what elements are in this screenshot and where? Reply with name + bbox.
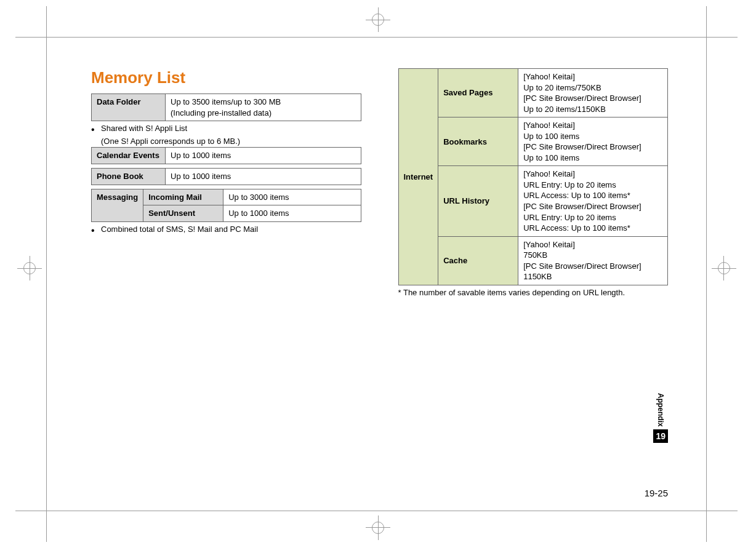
footnote: * The number of savable items varies dep… — [398, 285, 669, 300]
side-tab: Appendix 19 — [653, 393, 668, 443]
side-tab-label: Appendix — [656, 393, 665, 429]
cell-label: Sent/Unsent — [143, 205, 223, 222]
note-combined: Combined total of SMS, S! Mail and PC Ma… — [91, 222, 361, 237]
table-phonebook: Phone Book Up to 1000 items — [91, 168, 361, 185]
table-messaging: Messaging Incoming Mail Up to 3000 items… — [91, 189, 361, 222]
document-page: Memory List Data Folder Up to 3500 items… — [46, 37, 707, 511]
cell-label: URL History — [438, 166, 518, 236]
cell-value: Up to 3500 items/up to 300 MB (Including… — [166, 94, 361, 121]
cell-label: Bookmarks — [438, 117, 518, 166]
side-tab-chapter: 19 — [653, 429, 668, 443]
cell-value: [Yahoo! Keitai] Up to 20 items/750KB [PC… — [518, 69, 668, 117]
cell-label: Calendar Events — [92, 148, 166, 164]
table-internet: Internet Saved Pages [Yahoo! Keitai] Up … — [398, 68, 669, 285]
note-shared-sub: (One S! Appli corresponds up to 6 MB.) — [91, 136, 361, 147]
cell-label: Cache — [438, 236, 518, 285]
cell-value: [Yahoo! Keitai] Up to 100 items [PC Site… — [518, 117, 668, 166]
table-calendar: Calendar Events Up to 1000 items — [91, 147, 361, 164]
cell-label: Incoming Mail — [143, 189, 223, 205]
cell-value: Up to 1000 items — [223, 205, 361, 222]
note-shared: Shared with S! Appli List — [91, 121, 361, 136]
cell-value: [Yahoo! Keitai] URL Entry: Up to 20 item… — [518, 166, 668, 236]
right-column: Internet Saved Pages [Yahoo! Keitai] Up … — [380, 38, 707, 511]
cell-value: Up to 1000 items — [166, 148, 361, 164]
table-data-folder: Data Folder Up to 3500 items/up to 300 M… — [91, 93, 361, 121]
cell-value: Up to 3000 items — [223, 189, 361, 205]
page-title: Memory List — [91, 68, 361, 87]
cell-value: [Yahoo! Keitai] 750KB [PC Site Browser/D… — [518, 236, 668, 285]
page-number: 19-25 — [645, 488, 668, 498]
cell-group: Internet — [398, 69, 438, 285]
cell-label: Phone Book — [92, 169, 166, 185]
cell-label: Saved Pages — [438, 69, 518, 117]
left-column: Memory List Data Folder Up to 3500 items… — [47, 38, 380, 511]
cell-group: Messaging — [92, 189, 143, 221]
content-columns: Memory List Data Folder Up to 3500 items… — [47, 38, 706, 511]
cell-value: Up to 1000 items — [166, 169, 361, 185]
cell-label: Data Folder — [92, 94, 166, 121]
